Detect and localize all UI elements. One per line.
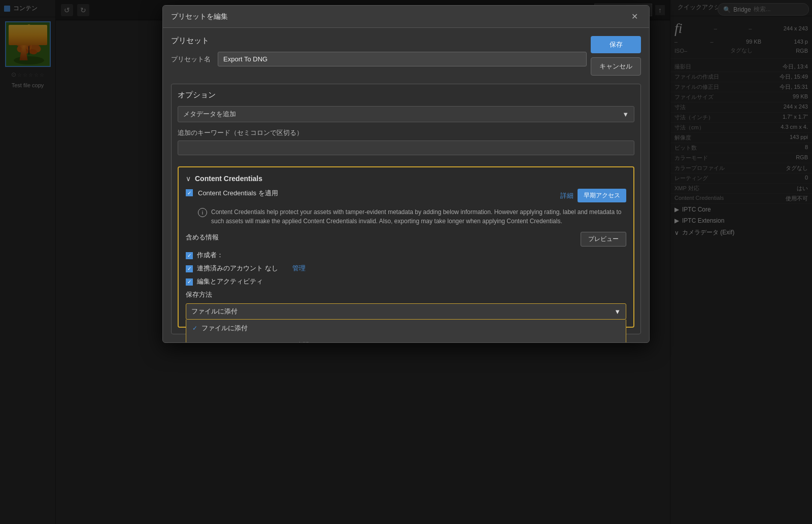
- cc-detail-link[interactable]: 詳細: [560, 191, 573, 200]
- cc-early-access-button[interactable]: 早期アクセス: [578, 189, 626, 202]
- cc-preview-button[interactable]: プレビュー: [581, 232, 626, 247]
- keyword-section: 追加のキーワード（セミコロンで区切る）: [178, 128, 634, 161]
- cc-dropdown-menu: ファイルに添付 Content Credentials クラウドに公開 添付して…: [186, 320, 626, 342]
- options-section-title: オプション: [178, 90, 634, 100]
- dialog-body: プリセット プリセット名 保存 キャンセル オプション メタデータを: [163, 28, 649, 342]
- cc-save-section: 保存方法 ファイルに添付 ▼ ファイルに添付 Content Credentia…: [186, 290, 626, 320]
- cc-include-row: 含める情報 プレビュー: [186, 232, 626, 247]
- cc-option-0[interactable]: ファイルに添付: [186, 320, 626, 337]
- metadata-dropdown-chevron: ▼: [622, 111, 629, 118]
- save-button[interactable]: 保存: [591, 36, 641, 53]
- cc-edit-row: 編集とアクティビティ: [186, 277, 626, 286]
- preset-left: プリセット プリセット名: [171, 36, 587, 75]
- cancel-button[interactable]: キャンセル: [591, 57, 641, 76]
- preset-section-title: プリセット: [171, 36, 587, 46]
- cc-section: ∨ Content Credentials Content Credential…: [178, 166, 634, 328]
- preset-name-input[interactable]: [218, 52, 587, 66]
- cc-author-label: 作成者：: [197, 251, 223, 260]
- cc-account-checkbox[interactable]: [186, 265, 193, 272]
- cc-save-label: 保存方法: [186, 290, 626, 299]
- preset-section: プリセット プリセット名 保存 キャンセル: [171, 36, 641, 76]
- dialog-overlay: プリセットを編集 ✕ プリセット プリセット名 保存 キャンセル: [0, 0, 812, 524]
- dialog-close-button[interactable]: ✕: [628, 11, 641, 22]
- cc-author-checkbox[interactable]: [186, 252, 193, 259]
- preset-name-row: プリセット名: [171, 52, 587, 66]
- metadata-dropdown[interactable]: メタデータを追加 ▼: [178, 106, 634, 122]
- button-group: 保存 キャンセル: [591, 36, 641, 76]
- info-icon: i: [198, 208, 207, 217]
- cc-author-row: 作成者：: [186, 251, 626, 260]
- cc-account-label: 連携済みのアカウント なし: [197, 264, 278, 273]
- dialog-title: プリセットを編集: [171, 12, 228, 21]
- keyword-input[interactable]: [178, 141, 634, 155]
- cc-apply-label: Content Credentials を適用: [198, 189, 278, 198]
- cc-manage-link[interactable]: 管理: [292, 264, 306, 273]
- cc-edit-label: 編集とアクティビティ: [197, 277, 263, 286]
- keyword-label: 追加のキーワード（セミコロンで区切る）: [178, 128, 634, 137]
- cc-apply-row: Content Credentials を適用 詳細 早期アクセス: [186, 189, 626, 202]
- cc-save-dropdown-value: ファイルに添付: [191, 307, 238, 316]
- cc-info-text: Content Credentials help protect your as…: [211, 207, 626, 226]
- options-section: オプション メタデータを追加 ▼ 追加のキーワード（セミコロンで区切る）: [171, 84, 641, 334]
- cc-account-row: 連携済みのアカウント なし 管理: [186, 264, 626, 273]
- cc-include-label: 含める情報: [186, 233, 219, 242]
- cc-header: ∨ Content Credentials: [186, 174, 626, 183]
- cc-title: Content Credentials: [195, 174, 262, 183]
- cc-edit-checkbox[interactable]: [186, 278, 193, 286]
- edit-preset-dialog: プリセットを編集 ✕ プリセット プリセット名 保存 キャンセル: [162, 5, 650, 343]
- cc-collapse-button[interactable]: ∨: [186, 174, 191, 183]
- cc-save-dropdown-arrow: ▼: [614, 308, 621, 316]
- cc-links: 詳細 早期アクセス: [560, 189, 626, 202]
- cc-info-box: i Content Credentials help protect your …: [198, 207, 626, 226]
- metadata-dropdown-label: メタデータを追加: [183, 110, 236, 119]
- cc-save-dropdown[interactable]: ファイルに添付 ▼: [186, 303, 626, 320]
- cc-option-1[interactable]: Content Credentials クラウドに公開: [186, 337, 626, 342]
- dialog-titlebar: プリセットを編集 ✕: [163, 6, 649, 28]
- metadata-dropdown-row: メタデータを追加 ▼: [178, 106, 634, 122]
- cc-apply-checkbox[interactable]: [186, 189, 193, 196]
- cc-dropdown-container: ファイルに添付 ▼ ファイルに添付 Content Credentials クラ…: [186, 303, 626, 320]
- preset-name-label: プリセット名: [171, 55, 212, 64]
